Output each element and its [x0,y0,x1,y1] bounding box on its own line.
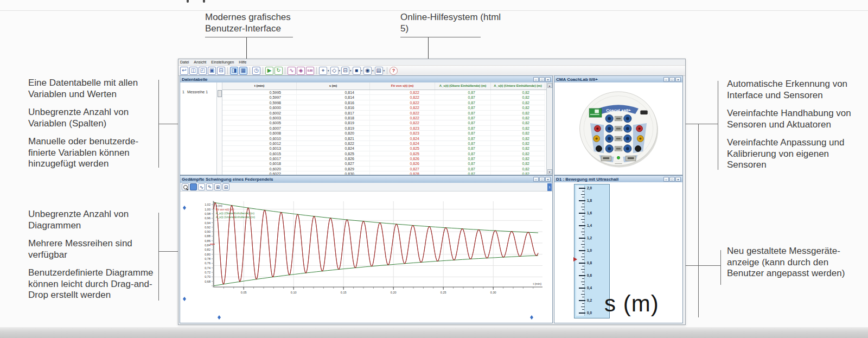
grid-icon[interactable]: ⊞ [214,183,221,190]
table-cell[interactable]: 0,82 [491,151,545,156]
table-cell[interactable]: 0,82 [491,136,545,141]
tools-dropdown-icon[interactable]: ▾ [372,69,374,72]
document-icon[interactable]: ▤ [375,67,383,75]
row-header-column[interactable]: 1 Messreihe 1 [180,82,217,175]
table-cell[interactable]: 0,82 [491,171,545,175]
table-cell[interactable]: 0,824 [370,141,435,146]
table-cell[interactable]: 0,6007 [222,126,297,131]
menu-item-hilfe[interactable]: Hilfe [239,60,246,64]
column-header[interactable]: A_s(t) (Obere Einhüllende) (m) [435,82,491,90]
zoom-icon[interactable] [182,183,189,190]
table-cell[interactable]: 0,87 [435,167,491,171]
table-cell[interactable]: 0,6015 [222,151,297,156]
table-cell[interactable]: 0,82 [491,100,545,105]
table-cell[interactable]: 0,824 [297,146,370,151]
table-cell[interactable]: 0,87 [435,171,491,175]
table-cell[interactable]: 0,5997 [222,95,297,100]
table-cell[interactable]: 0,822 [370,95,435,100]
table-cell[interactable]: 0,82 [491,116,545,120]
table-cell[interactable]: 0,822 [370,100,435,105]
table-cell[interactable]: 0,818 [297,116,370,120]
scan-dropdown-icon[interactable]: ▾ [328,69,329,72]
minimize-button[interactable]: – [663,177,669,182]
maximize-button[interactable]: □ [669,77,675,82]
erase-dropdown-icon[interactable]: ▾ [339,69,341,72]
table-cell[interactable]: 0,82 [491,146,545,151]
close-button[interactable]: × [545,77,551,82]
open-cma-result-icon[interactable]: ◰ [199,67,207,75]
table-cell[interactable]: 0,826 [370,156,435,161]
value-display-icon[interactable]: 0.88 [306,67,314,75]
chart-plot[interactable]: 1,021,000,980,960,940,920,900,880,860,84… [180,192,552,323]
table-cell[interactable]: 0,6022 [222,171,297,175]
minimize-button[interactable]: – [533,177,539,182]
minimize-button[interactable]: – [533,77,539,82]
table-cell[interactable]: 0,822 [370,105,435,110]
data-table-icon[interactable]: ▦ [239,67,247,75]
table-cell[interactable]: 0,814 [297,90,370,95]
table-cell[interactable]: 0,822 [370,111,435,116]
edit-icon[interactable]: ✎ [206,183,213,190]
start-measurement-icon[interactable]: ▶ [265,67,273,75]
table-cell[interactable]: 0,82 [491,111,545,116]
minimize-button[interactable]: – [663,77,669,82]
table-cell[interactable]: 0,87 [435,156,491,161]
table-cell[interactable]: 0,6003 [222,116,297,120]
table-cell[interactable]: 0,6017 [222,156,297,161]
panel-dropdown-icon[interactable]: ▾ [350,69,352,72]
column-header[interactable]: t (min) [222,82,297,90]
table-cell[interactable]: 0,822 [370,116,435,120]
scan-icon[interactable]: ⌖ [319,67,327,75]
table-scrollbar[interactable]: ▲ ▼ [546,82,552,175]
table-cell[interactable]: 0,87 [435,95,491,100]
table-cell[interactable]: 0,6018 [222,161,297,166]
pane-select-icon[interactable] [190,183,197,190]
table-cell[interactable]: 0,827 [370,167,435,171]
pane-number-badge[interactable]: 1 [547,183,552,191]
print-chart-icon[interactable]: ⊟ [222,183,229,190]
column-header[interactable]: A_s(t) (Untere Einhüllende) (m) [491,82,545,90]
table-cell[interactable]: 0,5995 [222,90,297,95]
table-cell[interactable]: 0,87 [435,161,491,166]
menu-item-einstellungen[interactable]: Einstellungen [211,60,234,64]
menu-item-ansicht[interactable]: Ansicht [194,60,206,64]
table-cell[interactable]: 0,825 [370,151,435,156]
table-cell[interactable]: 0,814 [297,95,370,100]
table-cell[interactable]: 0,819 [297,120,370,125]
table-cell[interactable]: 0,830 [297,171,370,175]
diagram-type-icon[interactable]: ∿ [198,183,205,190]
table-cell[interactable]: 0,87 [435,90,491,95]
panel-icon[interactable]: ⊟ [341,67,349,75]
column-header[interactable]: Fit von s(t) (m) [370,82,435,90]
table-cell[interactable]: 0,82 [491,105,545,110]
table-cell[interactable]: 0,87 [435,151,491,156]
close-button[interactable]: × [675,177,681,182]
close-button[interactable]: × [545,177,551,182]
table-cell[interactable]: 0,6005 [222,120,297,125]
maximize-button[interactable]: □ [539,177,545,182]
table-cell[interactable]: 0,82 [491,95,545,100]
table-cell[interactable]: 0,82 [491,120,545,125]
layout-icon[interactable]: ◨ [230,67,238,75]
document-dropdown-icon[interactable]: ▾ [384,69,385,72]
table-cell[interactable]: 0,825 [370,146,435,151]
series-label[interactable]: Messreihe 1 [187,90,208,94]
table-cell[interactable]: 0,817 [297,111,370,116]
table-cell[interactable]: 0,827 [297,161,370,166]
table-cell[interactable]: 0,87 [435,131,491,136]
table-cell[interactable]: 0,87 [435,111,491,116]
meter-icon[interactable]: ◈ [297,67,305,75]
erase-icon[interactable]: ◇ [330,67,339,75]
table-cell[interactable]: 0,829 [297,167,370,171]
table-cell[interactable]: 0,87 [435,126,491,131]
table-cell[interactable]: 0,820 [297,131,370,136]
table-cell[interactable]: 0,6008 [222,131,297,136]
table-cell[interactable]: 0,826 [297,156,370,161]
exit-icon[interactable]: ↩ [180,67,188,75]
save-icon[interactable]: ▣ [208,67,216,75]
table-cell[interactable]: 0,6010 [222,136,297,141]
scroll-down-icon[interactable]: ▼ [547,169,552,174]
display-dropdown-icon[interactable]: ▾ [361,69,363,72]
scroll-up-icon[interactable]: ▲ [547,83,552,88]
table-cell[interactable]: 0,82 [491,167,545,171]
